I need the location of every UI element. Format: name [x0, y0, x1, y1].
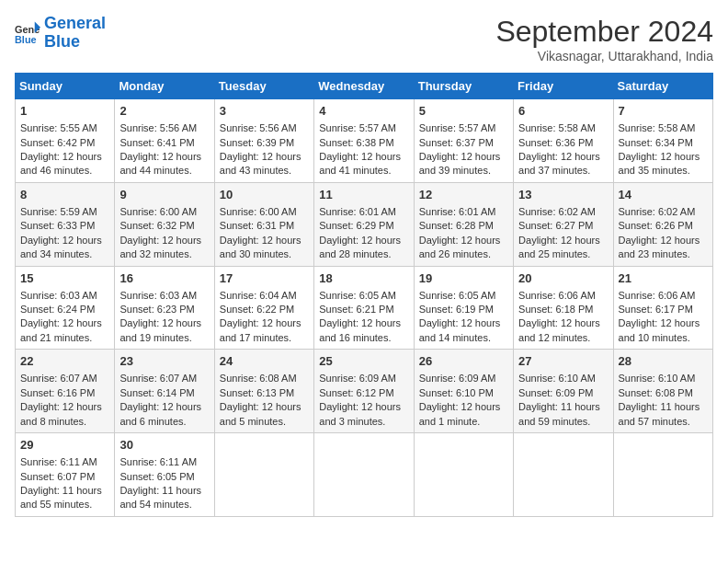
day-info-line: Sunrise: 6:10 AM — [518, 372, 608, 385]
day-of-week-header: Wednesday — [314, 74, 414, 99]
calendar-cell: 2Sunrise: 5:56 AMSunset: 6:41 PMDaylight… — [115, 99, 214, 183]
day-info-line: Daylight: 12 hours and 35 minutes. — [619, 150, 708, 178]
day-info-line: Sunrise: 6:00 AM — [220, 205, 309, 219]
day-info-line: Sunset: 6:16 PM — [20, 386, 109, 400]
month-title: September 2024 — [495, 15, 713, 49]
calendar-cell — [514, 433, 613, 517]
day-number: 14 — [619, 187, 708, 203]
day-info-line: Sunset: 6:28 PM — [419, 219, 508, 233]
day-info-line: Daylight: 12 hours and 37 minutes. — [518, 150, 608, 178]
day-info-line: Daylight: 11 hours and 57 minutes. — [619, 400, 708, 429]
day-info-line: Sunset: 6:42 PM — [20, 136, 109, 150]
day-info-line: Daylight: 12 hours and 12 minutes. — [518, 316, 608, 345]
day-info-line: Daylight: 12 hours and 10 minutes. — [619, 316, 708, 345]
calendar-cell: 22Sunrise: 6:07 AMSunset: 6:16 PMDayligh… — [16, 350, 115, 433]
calendar-week-row: 29Sunrise: 6:11 AMSunset: 6:07 PMDayligh… — [16, 433, 713, 517]
day-info-line: Daylight: 12 hours and 5 minutes. — [220, 400, 309, 429]
day-number: 22 — [20, 353, 109, 370]
day-info-line: Daylight: 12 hours and 14 minutes. — [419, 316, 508, 345]
day-info-line: Sunrise: 6:09 AM — [419, 372, 508, 385]
day-number: 12 — [419, 187, 508, 203]
day-number: 18 — [319, 270, 408, 287]
day-info-line: Sunrise: 6:00 AM — [119, 205, 209, 219]
day-number: 30 — [119, 437, 209, 454]
calendar-body: 1Sunrise: 5:55 AMSunset: 6:42 PMDaylight… — [16, 99, 713, 517]
day-info-line: Daylight: 12 hours and 39 minutes. — [419, 150, 508, 178]
day-of-week-header: Saturday — [613, 74, 712, 99]
calendar-cell — [414, 433, 513, 517]
logo: General Blue GeneralBlue — [15, 15, 106, 52]
calendar-cell: 19Sunrise: 6:05 AMSunset: 6:19 PMDayligh… — [414, 266, 513, 350]
day-info-line: Sunrise: 6:03 AM — [20, 289, 109, 303]
day-info-line: Daylight: 12 hours and 16 minutes. — [319, 316, 408, 345]
day-info-line: Sunrise: 5:55 AM — [20, 121, 109, 135]
day-info-line: Sunrise: 6:05 AM — [319, 289, 408, 303]
day-number: 15 — [20, 270, 109, 287]
calendar-cell: 20Sunrise: 6:06 AMSunset: 6:18 PMDayligh… — [514, 266, 613, 350]
day-info-line: Sunset: 6:24 PM — [20, 303, 109, 316]
calendar-cell: 12Sunrise: 6:01 AMSunset: 6:28 PMDayligh… — [414, 182, 513, 266]
day-info-line: Sunrise: 5:58 AM — [619, 121, 708, 135]
logo-text: GeneralBlue — [44, 15, 106, 52]
day-info-line: Sunset: 6:14 PM — [119, 386, 209, 400]
day-info-line: Sunset: 6:08 PM — [619, 386, 708, 400]
calendar-cell: 9Sunrise: 6:00 AMSunset: 6:32 PMDaylight… — [115, 182, 214, 266]
calendar-cell: 14Sunrise: 6:02 AMSunset: 6:26 PMDayligh… — [613, 182, 712, 266]
calendar-cell: 18Sunrise: 6:05 AMSunset: 6:21 PMDayligh… — [314, 266, 414, 350]
calendar-week-row: 15Sunrise: 6:03 AMSunset: 6:24 PMDayligh… — [16, 266, 713, 350]
day-info-line: Daylight: 12 hours and 8 minutes. — [20, 400, 109, 429]
day-number: 28 — [619, 353, 708, 370]
day-info-line: Daylight: 12 hours and 32 minutes. — [119, 234, 209, 262]
calendar-cell: 15Sunrise: 6:03 AMSunset: 6:24 PMDayligh… — [16, 266, 115, 350]
day-info-line: Daylight: 11 hours and 59 minutes. — [518, 400, 608, 429]
day-info-line: Daylight: 12 hours and 25 minutes. — [518, 234, 608, 262]
day-info-line: Sunset: 6:39 PM — [220, 136, 309, 150]
day-info-line: Sunrise: 6:07 AM — [119, 372, 209, 385]
day-number: 25 — [319, 353, 408, 370]
calendar-cell: 10Sunrise: 6:00 AMSunset: 6:31 PMDayligh… — [214, 182, 313, 266]
day-info-line: Sunset: 6:09 PM — [518, 386, 608, 400]
day-number: 2 — [119, 103, 209, 120]
calendar-cell: 13Sunrise: 6:02 AMSunset: 6:27 PMDayligh… — [514, 182, 613, 266]
calendar-cell: 29Sunrise: 6:11 AMSunset: 6:07 PMDayligh… — [16, 433, 115, 517]
day-info-line: Sunset: 6:41 PM — [119, 136, 209, 150]
calendar-cell: 26Sunrise: 6:09 AMSunset: 6:10 PMDayligh… — [414, 350, 513, 433]
day-info-line: Sunrise: 6:05 AM — [419, 289, 508, 303]
day-number: 16 — [119, 270, 209, 287]
day-number: 4 — [319, 103, 408, 120]
day-info-line: Sunrise: 5:58 AM — [518, 121, 608, 135]
calendar-week-row: 1Sunrise: 5:55 AMSunset: 6:42 PMDaylight… — [16, 99, 713, 183]
day-info-line: Sunset: 6:18 PM — [518, 303, 608, 316]
day-number: 13 — [518, 187, 608, 203]
day-info-line: Daylight: 12 hours and 1 minute. — [419, 400, 508, 429]
day-info-line: Sunrise: 6:10 AM — [619, 372, 708, 385]
day-info-line: Sunrise: 5:57 AM — [419, 121, 508, 135]
day-number: 9 — [119, 187, 209, 203]
title-block: September 2024 Vikasnagar, Uttarakhand, … — [495, 15, 713, 63]
day-of-week-header: Tuesday — [214, 74, 313, 99]
day-info-line: Sunrise: 6:02 AM — [518, 205, 608, 219]
calendar-cell: 27Sunrise: 6:10 AMSunset: 6:09 PMDayligh… — [514, 350, 613, 433]
calendar-cell: 30Sunrise: 6:11 AMSunset: 6:05 PMDayligh… — [115, 433, 214, 517]
calendar-cell: 7Sunrise: 5:58 AMSunset: 6:34 PMDaylight… — [613, 99, 712, 183]
day-of-week-header: Monday — [115, 74, 214, 99]
day-number: 23 — [119, 353, 209, 370]
day-info-line: Sunset: 6:34 PM — [619, 136, 708, 150]
day-info-line: Daylight: 11 hours and 55 minutes. — [20, 484, 109, 512]
logo-icon: General Blue — [15, 20, 40, 46]
calendar-header: SundayMondayTuesdayWednesdayThursdayFrid… — [16, 74, 713, 99]
day-of-week-header: Thursday — [414, 74, 513, 99]
day-info-line: Daylight: 12 hours and 6 minutes. — [119, 400, 209, 429]
day-of-week-header: Sunday — [16, 74, 115, 99]
day-info-line: Daylight: 12 hours and 28 minutes. — [319, 234, 408, 262]
day-info-line: Sunset: 6:05 PM — [119, 470, 209, 484]
day-of-week-header: Friday — [514, 74, 613, 99]
day-info-line: Sunrise: 6:03 AM — [119, 289, 209, 303]
page-header: General Blue GeneralBlue September 2024 … — [15, 15, 713, 63]
calendar-table: SundayMondayTuesdayWednesdayThursdayFrid… — [15, 73, 713, 517]
calendar-cell: 17Sunrise: 6:04 AMSunset: 6:22 PMDayligh… — [214, 266, 313, 350]
calendar-cell: 6Sunrise: 5:58 AMSunset: 6:36 PMDaylight… — [514, 99, 613, 183]
calendar-cell: 24Sunrise: 6:08 AMSunset: 6:13 PMDayligh… — [214, 350, 313, 433]
calendar-cell: 25Sunrise: 6:09 AMSunset: 6:12 PMDayligh… — [314, 350, 414, 433]
calendar-cell: 8Sunrise: 5:59 AMSunset: 6:33 PMDaylight… — [16, 182, 115, 266]
